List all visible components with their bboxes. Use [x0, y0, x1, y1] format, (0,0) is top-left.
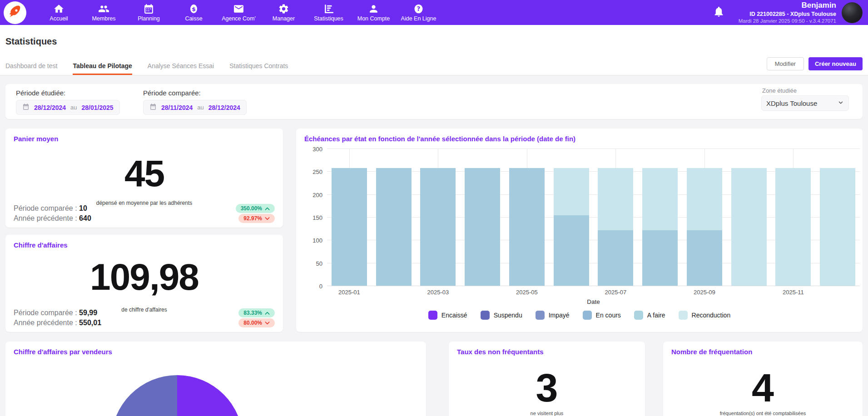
- tab-statistiques-contrats[interactable]: Statistiques Contrats: [229, 57, 288, 75]
- legend-item-suspendu[interactable]: Suspendu: [481, 311, 522, 320]
- tab-tableau-de-pilotage[interactable]: Tableau de Pilotage: [73, 57, 132, 75]
- legend-item-en-cours[interactable]: En cours: [583, 311, 621, 320]
- trend-badge-up: 83.33%: [238, 308, 275, 317]
- stacked-bar-2025-08[interactable]: [642, 149, 678, 286]
- stacked-bar-2025-04[interactable]: [465, 149, 500, 286]
- bar-segment-en-cours[interactable]: [465, 168, 500, 286]
- period-studied-label: Période étudiée:: [16, 89, 120, 97]
- nav-item-aide-en-ligne[interactable]: ?Aide En Ligne: [396, 0, 441, 25]
- zone-label: Zone étudiée: [762, 87, 849, 94]
- nav-item-statistiques[interactable]: Statistiques: [306, 0, 351, 25]
- echeances-chart-card: Échéances par état en fonction de l'anné…: [296, 129, 863, 332]
- notifications-bell-icon[interactable]: [713, 5, 725, 20]
- nav-item-caisse[interactable]: $Caisse: [171, 0, 216, 25]
- bar-segment-a-faire[interactable]: [687, 168, 722, 230]
- nombre-frequentation-card: Nombre de fréquentation 4 fréquentation(…: [663, 342, 863, 416]
- bar-segment-a-faire[interactable]: [554, 168, 589, 215]
- bar-segment-a-faire[interactable]: [820, 168, 855, 286]
- chevron-down-icon: [838, 99, 844, 107]
- nav-item-membres[interactable]: Membres: [81, 0, 126, 25]
- comparison-row: Année précédente : 64092.97%: [14, 213, 275, 223]
- legend-item-reconduction[interactable]: Reconduction: [679, 311, 731, 320]
- y-tick-label: 300: [312, 146, 322, 153]
- comparison-row: Période comparée : 59,9983.33%: [14, 308, 275, 318]
- period-compared-range[interactable]: 28/11/2024 au 28/12/2024: [143, 100, 247, 115]
- bar-segment-en-cours[interactable]: [598, 230, 633, 286]
- nav-item-manager[interactable]: Manager: [261, 0, 306, 25]
- bar-segment-en-cours[interactable]: [509, 168, 545, 286]
- comparison-label: Période comparée : 10: [14, 204, 87, 213]
- legend-label: En cours: [596, 312, 621, 319]
- nav-item-planning[interactable]: Planning: [126, 0, 171, 25]
- y-tick-label: 100: [312, 237, 322, 244]
- legend-item-a-faire[interactable]: A faire: [634, 311, 665, 320]
- nav-item-accueil[interactable]: Accueil: [36, 0, 81, 25]
- nav-item-agence-com[interactable]: Agence Com': [216, 0, 261, 25]
- bar-segment-en-cours[interactable]: [642, 230, 678, 286]
- stacked-bar-2025-01[interactable]: [332, 149, 367, 286]
- legend-item-impay[interactable]: Impayé: [536, 311, 570, 320]
- bar-segment-en-cours[interactable]: [332, 168, 367, 286]
- bar-plot: [327, 149, 860, 286]
- svg-text:?: ?: [417, 5, 421, 12]
- bar-segment-en-cours[interactable]: [554, 215, 589, 286]
- user-info[interactable]: Benjamin ID 221002285 - XDplus Toulouse …: [739, 0, 836, 25]
- nav-item-label: Caisse: [185, 15, 202, 22]
- bar-segment-en-cours[interactable]: [420, 168, 456, 286]
- ca-par-vendeurs-card: Chiffre d'affaires par vendeurs: [5, 342, 426, 416]
- stacked-bar-2025-03[interactable]: [420, 149, 456, 286]
- bar-segment-a-faire[interactable]: [598, 168, 633, 230]
- avatar[interactable]: [842, 2, 863, 23]
- stacked-bar-2025-09[interactable]: [687, 149, 722, 286]
- stacked-bar-2025-11[interactable]: [775, 149, 811, 286]
- card-title: Chiffre d'affaires par vendeurs: [14, 348, 112, 356]
- legend-swatch: [679, 311, 688, 320]
- date-from[interactable]: 28/11/2024: [161, 104, 193, 111]
- tab-dashboard-de-test[interactable]: Dashboard de test: [5, 57, 57, 75]
- stacked-bar-2025-06[interactable]: [554, 149, 589, 286]
- x-axis-labels: 2025-012025-032025-052025-072025-092025-…: [327, 289, 860, 296]
- comparison-label: Période comparée : 59,99: [14, 309, 97, 317]
- gear-icon: [278, 3, 289, 15]
- date-to[interactable]: 28/01/2025: [82, 104, 114, 111]
- nav-item-label: Planning: [138, 15, 160, 22]
- date-from[interactable]: 28/12/2024: [34, 104, 66, 111]
- period-compared-label: Période comparée:: [143, 89, 247, 97]
- tab-analyse-s-ances-essai[interactable]: Analyse Séances Essai: [148, 57, 214, 75]
- bar-segment-en-cours[interactable]: [376, 168, 412, 286]
- y-tick-label: 150: [312, 214, 322, 221]
- x-axis-line: [327, 286, 860, 286]
- stacked-bar-2025-07[interactable]: [598, 149, 633, 286]
- date-separator: au: [70, 104, 77, 111]
- legend-item-encaiss[interactable]: Encaissé: [428, 311, 467, 320]
- stacked-bar-2025-05[interactable]: [509, 149, 545, 286]
- stacked-bar-2025-02[interactable]: [376, 149, 412, 286]
- nav-item-label: Manager: [273, 15, 295, 22]
- user-org-id: ID 221002285 - XDplus Toulouse: [739, 10, 836, 18]
- bar-chart-icon: [323, 3, 334, 15]
- vendors-pie-chart[interactable]: [111, 375, 243, 416]
- ca-value: 109,98: [5, 258, 283, 296]
- app-logo[interactable]: [4, 1, 26, 24]
- nav-item-label: Membres: [92, 15, 115, 22]
- period-studied-range[interactable]: 28/12/2024 au 28/01/2025: [16, 100, 120, 115]
- date-separator: au: [197, 104, 203, 111]
- bar-segment-a-faire[interactable]: [731, 168, 767, 286]
- stacked-bar-2025-12[interactable]: [820, 149, 855, 286]
- nav-item-label: Accueil: [50, 15, 68, 22]
- filters-bar: Période étudiée: 28/12/2024 au 28/01/202…: [5, 84, 863, 119]
- modify-button[interactable]: Modifier: [767, 57, 804, 70]
- y-tick-label: 50: [316, 260, 322, 267]
- page-title: Statistiques: [5, 36, 57, 47]
- create-new-button[interactable]: Créer nouveau: [808, 57, 863, 70]
- bar-segment-a-faire[interactable]: [642, 168, 678, 230]
- nav-item-mon-compte[interactable]: Mon Compte: [351, 0, 396, 25]
- bar-segment-en-cours[interactable]: [687, 230, 722, 286]
- stacked-bar-2025-10[interactable]: [731, 149, 767, 286]
- zone-selected-value: XDplus Toulouse: [766, 99, 817, 107]
- bar-segment-a-faire[interactable]: [775, 168, 811, 286]
- zone-select[interactable]: XDplus Toulouse: [761, 95, 849, 111]
- date-to[interactable]: 28/12/2024: [208, 104, 240, 111]
- title-tabs-strip: Statistiques Dashboard de testTableau de…: [0, 25, 868, 75]
- legend-swatch: [583, 311, 592, 320]
